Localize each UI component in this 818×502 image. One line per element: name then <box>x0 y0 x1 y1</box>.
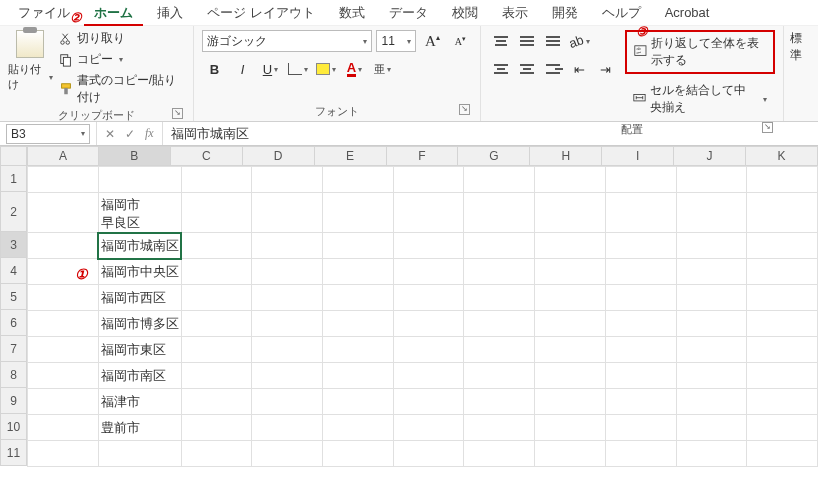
cell-C8[interactable] <box>181 363 252 389</box>
format-painter-button[interactable]: 書式のコピー/貼り付け <box>59 72 186 106</box>
cell-I11[interactable] <box>605 441 676 467</box>
cell-E11[interactable] <box>323 441 394 467</box>
cell-H6[interactable] <box>535 311 606 337</box>
cell-K9[interactable] <box>747 389 818 415</box>
cell-J10[interactable] <box>676 415 747 441</box>
cell-G9[interactable] <box>464 389 535 415</box>
cell-C10[interactable] <box>181 415 252 441</box>
fx-icon[interactable]: fx <box>145 126 154 141</box>
name-box[interactable]: B3▾ <box>6 124 90 144</box>
row-header-1[interactable]: 1 <box>0 166 27 192</box>
col-header-J[interactable]: J <box>674 146 746 166</box>
italic-button[interactable]: I <box>230 58 254 80</box>
cell-B8[interactable]: 福岡市南区 <box>98 363 181 389</box>
menu-formulas[interactable]: 数式 <box>327 0 377 26</box>
cell-J1[interactable] <box>676 167 747 193</box>
cell-B10[interactable]: 豊前市 <box>98 415 181 441</box>
cell-I2[interactable] <box>605 193 676 233</box>
cell-E6[interactable] <box>323 311 394 337</box>
cell-G4[interactable] <box>464 259 535 285</box>
cell-C3[interactable] <box>181 233 252 259</box>
row-header-4[interactable]: 4 <box>0 258 27 284</box>
valign-top-button[interactable] <box>489 30 513 52</box>
cell-F11[interactable] <box>393 441 464 467</box>
border-button[interactable]: ▾ <box>286 58 310 80</box>
cell-B6[interactable]: 福岡市博多区 <box>98 311 181 337</box>
cell-B11[interactable] <box>98 441 181 467</box>
cell-G7[interactable] <box>464 337 535 363</box>
halign-right-button[interactable] <box>541 58 565 80</box>
cell-B3[interactable]: 福岡市城南区 <box>98 233 181 259</box>
dialog-launcher-icon[interactable]: ↘ <box>172 108 183 119</box>
cell-A3[interactable] <box>28 233 99 259</box>
fill-color-button[interactable]: ▾ <box>314 58 338 80</box>
cell-J7[interactable] <box>676 337 747 363</box>
dialog-launcher-icon[interactable]: ↘ <box>762 122 773 133</box>
col-header-D[interactable]: D <box>243 146 315 166</box>
row-header-9[interactable]: 9 <box>0 388 27 414</box>
cell-C7[interactable] <box>181 337 252 363</box>
cell-G3[interactable] <box>464 233 535 259</box>
menu-home[interactable]: ホーム ② <box>82 0 145 26</box>
grow-font-button[interactable]: A▴ <box>420 30 444 52</box>
halign-center-button[interactable] <box>515 58 539 80</box>
cell-J2[interactable] <box>676 193 747 233</box>
cell-D8[interactable] <box>252 363 323 389</box>
cell-K7[interactable] <box>747 337 818 363</box>
cell-K4[interactable] <box>747 259 818 285</box>
cell-C11[interactable] <box>181 441 252 467</box>
col-header-C[interactable]: C <box>171 146 243 166</box>
cell-G11[interactable] <box>464 441 535 467</box>
copy-button[interactable]: コピー▾ <box>59 51 186 68</box>
cell-F1[interactable] <box>393 167 464 193</box>
cell-K11[interactable] <box>747 441 818 467</box>
cell-G6[interactable] <box>464 311 535 337</box>
merge-center-button[interactable]: セルを結合して中央揃え▾ <box>625 78 775 120</box>
cell-H3[interactable] <box>535 233 606 259</box>
cell-E1[interactable] <box>323 167 394 193</box>
cell-D1[interactable] <box>252 167 323 193</box>
cell-D6[interactable] <box>252 311 323 337</box>
cell-F6[interactable] <box>393 311 464 337</box>
cell-J11[interactable] <box>676 441 747 467</box>
cell-K2[interactable] <box>747 193 818 233</box>
menu-acrobat[interactable]: Acrobat <box>653 1 722 24</box>
cell-E10[interactable] <box>323 415 394 441</box>
indent-increase-button[interactable]: ⇥ <box>593 58 617 80</box>
cell-F8[interactable] <box>393 363 464 389</box>
row-header-7[interactable]: 7 <box>0 336 27 362</box>
number-format-label[interactable]: 標準 <box>790 31 802 62</box>
cell-E5[interactable] <box>323 285 394 311</box>
cell-I7[interactable] <box>605 337 676 363</box>
row-header-3[interactable]: 3 <box>0 232 27 258</box>
cell-I8[interactable] <box>605 363 676 389</box>
cell-J4[interactable] <box>676 259 747 285</box>
cell-A1[interactable] <box>28 167 99 193</box>
col-header-H[interactable]: H <box>530 146 602 166</box>
cell-G10[interactable] <box>464 415 535 441</box>
cell-C1[interactable] <box>181 167 252 193</box>
cell-K3[interactable] <box>747 233 818 259</box>
cell-G5[interactable] <box>464 285 535 311</box>
cell-I9[interactable] <box>605 389 676 415</box>
row-header-2[interactable]: 2 <box>0 192 27 232</box>
underline-button[interactable]: U▾ <box>258 58 282 80</box>
cell-A9[interactable] <box>28 389 99 415</box>
cell-F3[interactable] <box>393 233 464 259</box>
col-header-K[interactable]: K <box>746 146 818 166</box>
orientation-button[interactable]: ab▾ <box>567 30 591 52</box>
menu-developer[interactable]: 開発 <box>540 0 590 26</box>
menu-pagelayout[interactable]: ページ レイアウト <box>195 0 327 26</box>
cell-I5[interactable] <box>605 285 676 311</box>
cell-D3[interactable] <box>252 233 323 259</box>
enter-icon[interactable]: ✓ <box>125 127 135 141</box>
cell-F5[interactable] <box>393 285 464 311</box>
cell-F7[interactable] <box>393 337 464 363</box>
cell-K5[interactable] <box>747 285 818 311</box>
cell-B2[interactable]: 福岡市 早良区 <box>98 193 181 233</box>
cell-H10[interactable] <box>535 415 606 441</box>
dialog-launcher-icon[interactable]: ↘ <box>459 104 470 115</box>
row-header-6[interactable]: 6 <box>0 310 27 336</box>
font-size-select[interactable]: 11▾ <box>376 30 416 52</box>
cell-B9[interactable]: 福津市 <box>98 389 181 415</box>
